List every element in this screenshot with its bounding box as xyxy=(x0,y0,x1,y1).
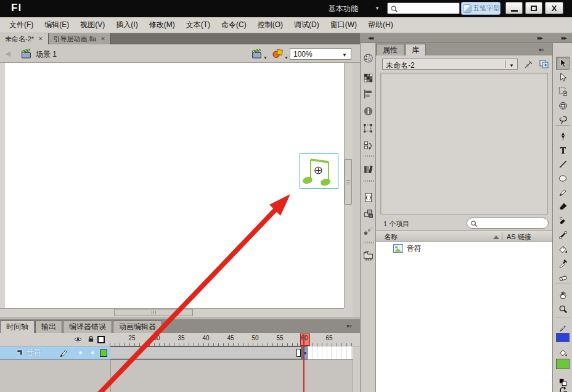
swatches-panel-button[interactable] xyxy=(363,73,374,84)
brush-tool[interactable] xyxy=(556,200,570,213)
layer-controls[interactable]: 音符 xyxy=(0,346,110,360)
column-divider[interactable] xyxy=(502,232,502,240)
empty-frames[interactable] xyxy=(308,346,353,359)
menu-item-0[interactable]: 文件(F) xyxy=(4,17,39,33)
dock-group-grip[interactable] xyxy=(364,242,374,243)
menu-item-8[interactable]: 调试(D) xyxy=(288,17,325,33)
text-tool[interactable] xyxy=(556,144,570,157)
menu-item-10[interactable]: 帮助(H) xyxy=(362,17,399,33)
eraser-tool[interactable] xyxy=(556,271,570,284)
close-button[interactable]: X xyxy=(545,2,563,14)
color-panel-button[interactable] xyxy=(363,53,374,64)
layer-name[interactable]: 音符 xyxy=(27,348,41,358)
workspace-switcher-button[interactable]: 基本功能 xyxy=(329,4,358,14)
free-transform-tool[interactable] xyxy=(556,85,570,98)
timeline-tab-0[interactable]: 时间轴 xyxy=(0,321,35,333)
layer-visibility-dot[interactable] xyxy=(79,351,82,354)
minimize-button[interactable] xyxy=(505,2,523,14)
menu-item-6[interactable]: 命令(C) xyxy=(216,17,252,33)
hand-tool[interactable] xyxy=(556,288,570,301)
library-document-select[interactable]: 未命名-2 ▼ xyxy=(382,59,518,70)
document-tab-1[interactable]: 引导层动画.fla✕ xyxy=(49,33,111,44)
timeline-layer-row[interactable]: 音符 xyxy=(0,346,360,360)
subselection-tool[interactable] xyxy=(556,71,570,84)
eyedropper-tool[interactable] xyxy=(556,257,570,270)
edit-symbols-icon[interactable] xyxy=(272,48,284,59)
library-search-input[interactable] xyxy=(467,218,549,229)
playhead-line[interactable] xyxy=(303,333,304,392)
menu-item-2[interactable]: 视图(V) xyxy=(75,17,110,33)
library-panel-menu-icon[interactable]: ▾≡ xyxy=(539,47,544,53)
frame-area[interactable] xyxy=(110,346,360,360)
motion-presets-panel-button[interactable] xyxy=(363,226,374,237)
timeline-tab-3[interactable]: 动画编辑器 xyxy=(113,321,162,333)
actions-panel-button[interactable] xyxy=(363,164,374,175)
horizontal-scroll-thumb[interactable] xyxy=(114,309,193,316)
zoom-level-select[interactable]: 100% ▼ xyxy=(290,48,351,60)
script-panel-button[interactable] xyxy=(363,192,374,203)
menu-item-3[interactable]: 插入(I) xyxy=(110,17,143,33)
align-panel-button[interactable] xyxy=(363,89,374,100)
bone-tool[interactable] xyxy=(556,229,570,242)
fill-color-swatch[interactable] xyxy=(556,359,570,369)
pin-library-icon[interactable] xyxy=(524,60,533,69)
timeline-scrollbar[interactable] xyxy=(353,346,360,392)
tab-close-icon[interactable]: ✕ xyxy=(38,36,43,42)
vertical-scroll-thumb[interactable] xyxy=(345,159,352,205)
document-tab-0[interactable]: 未命名-2*✕ xyxy=(0,33,49,44)
music-note-symbol[interactable] xyxy=(300,153,338,189)
column-as-linkage[interactable]: AS 链接 xyxy=(507,232,531,242)
timeline-panel-menu-icon[interactable]: ▾≡ xyxy=(346,323,351,329)
menu-item-1[interactable]: 编辑(E) xyxy=(39,17,75,33)
back-arrow-icon[interactable]: ◀ xyxy=(5,49,10,58)
panel-tab-properties[interactable]: 属性 xyxy=(376,44,404,55)
maximize-button[interactable] xyxy=(525,2,542,14)
components-panel-button[interactable] xyxy=(363,208,374,219)
swap-colors-control[interactable] xyxy=(556,385,570,392)
stage-canvas[interactable] xyxy=(5,63,344,308)
ime-indicator[interactable]: 五笔字型 xyxy=(461,2,501,15)
pencil-tool[interactable] xyxy=(556,186,570,199)
library-item-row[interactable]: 音符 xyxy=(376,243,552,254)
expand-panels-button[interactable]: ▶▶ xyxy=(537,36,542,41)
layer-outline-color-swatch[interactable] xyxy=(100,349,107,357)
expand-tools-button[interactable]: ▶▶ xyxy=(562,36,566,41)
sort-ascending-icon[interactable] xyxy=(493,235,499,239)
code-snippets-panel-button[interactable] xyxy=(363,141,374,152)
transform-panel-button[interactable] xyxy=(363,123,374,134)
column-name[interactable]: 名称 xyxy=(384,232,398,242)
lasso-tool[interactable] xyxy=(556,113,570,126)
dock-group-grip[interactable] xyxy=(364,155,374,157)
timeline-tab-2[interactable]: 编译器错误 xyxy=(63,321,112,333)
show-layers-as-outlines-icon[interactable] xyxy=(97,336,105,343)
frame-span[interactable] xyxy=(110,346,302,359)
stroke-color-swatch[interactable] xyxy=(556,333,570,342)
new-library-panel-icon[interactable] xyxy=(539,59,549,69)
spray-brush-tool[interactable] xyxy=(556,214,570,227)
dock-group-grip[interactable] xyxy=(364,180,374,182)
edit-scene-icon[interactable] xyxy=(251,49,263,59)
rotation3d-tool[interactable] xyxy=(556,99,570,112)
menu-item-5[interactable]: 文本(T) xyxy=(181,17,216,33)
zoom-tool[interactable] xyxy=(556,303,570,316)
oval-tool[interactable] xyxy=(556,172,570,185)
tab-close-icon[interactable]: ✕ xyxy=(100,36,105,42)
library-item-list[interactable]: 音符 xyxy=(376,242,552,392)
menu-item-9[interactable]: 窗口(W) xyxy=(325,17,362,33)
menu-item-7[interactable]: 控制(O) xyxy=(252,17,288,33)
collapse-to-icons-button[interactable]: ◀◀ xyxy=(368,36,372,41)
show-hide-all-layers-icon[interactable] xyxy=(73,335,83,343)
paint-bucket-tool[interactable] xyxy=(556,243,570,256)
info-panel-button[interactable] xyxy=(363,106,374,117)
project-panel-button[interactable] xyxy=(363,250,374,261)
timeline-tab-1[interactable]: 输出 xyxy=(35,321,62,333)
panel-tab-library[interactable]: 库 xyxy=(405,44,426,55)
layer-lock-dot[interactable] xyxy=(91,351,94,354)
scene-breadcrumb[interactable]: 场景 1 xyxy=(36,49,57,60)
selection-tool[interactable] xyxy=(556,57,570,70)
menu-item-4[interactable]: 修改(M) xyxy=(144,17,181,33)
library-column-header[interactable]: 名称 AS 链接 xyxy=(376,231,552,242)
fill-color-control[interactable] xyxy=(556,346,570,359)
pen-tool[interactable] xyxy=(556,129,570,142)
help-search-input[interactable] xyxy=(387,2,460,14)
